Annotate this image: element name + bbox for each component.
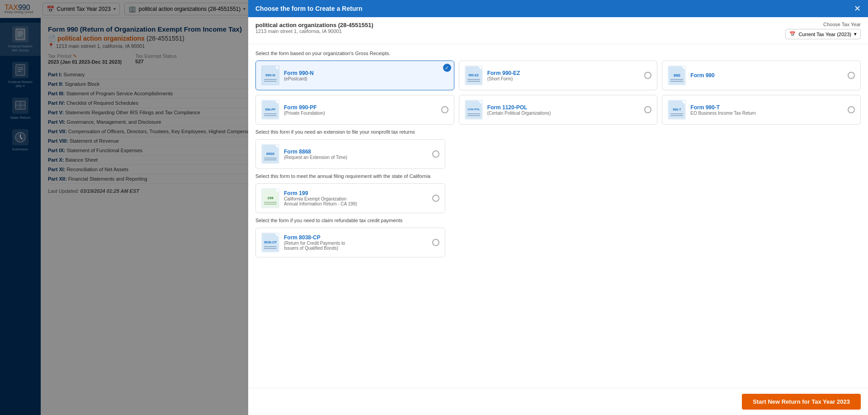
form-990ez-sub: (Short Form) xyxy=(487,76,640,81)
form-990pf-radio[interactable] xyxy=(441,106,448,113)
forms-california-row: 199 Form 199 California Exempt Organizat… xyxy=(255,183,861,213)
form-990-radio[interactable] xyxy=(848,72,855,79)
section1-label: Select the form based on your organizati… xyxy=(255,51,861,56)
form-card-990t[interactable]: 990-T Form 990-T EO Business Income Tax … xyxy=(662,95,861,125)
form-8868-sub: (Request an Extension of Time) xyxy=(284,155,428,160)
form-8868-radio[interactable] xyxy=(432,150,439,158)
modal-header: Choose the form to Create a Return ✕ xyxy=(248,0,868,17)
form-8868-icon: 8868 xyxy=(261,144,279,164)
form-1120pol-sub: (Certain Political Organizations) xyxy=(487,111,640,116)
section2-label: Select this form if you need an extensio… xyxy=(255,129,861,135)
form-card-8038cp[interactable]: 8038-CP Form 8038-CP (Return for Credit … xyxy=(255,228,445,257)
section4-label: Select the form if you need to claim ref… xyxy=(255,218,861,223)
form-8868-text: Form 8868 (Request an Extension of Time) xyxy=(284,149,428,160)
form-card-990ez[interactable]: 990-EZ Form 990-EZ (Short Form) xyxy=(459,61,658,90)
form-card-199[interactable]: 199 Form 199 California Exempt Organizat… xyxy=(255,183,445,213)
form-199-sub1: California Exempt Organization xyxy=(284,196,428,201)
form-8038cp-sub2: Issuers of Qualified Bonds) xyxy=(284,246,428,251)
form-card-990pf[interactable]: 990-PF Form 990-PF (Private Foundation) xyxy=(255,95,454,125)
form-990n-icon: 990-N xyxy=(261,65,279,85)
form-990t-sub: EO Business Income Tax Return xyxy=(690,111,843,116)
modal-close-button[interactable]: ✕ xyxy=(854,5,861,13)
form-1120pol-text: Form 1120-POL (Certain Political Organiz… xyxy=(487,104,640,116)
form-990t-name: Form 990-T xyxy=(690,104,843,111)
form-1120pol-radio[interactable] xyxy=(644,106,651,113)
form-990-icon: 990 xyxy=(668,65,686,85)
forms-row1: 990-N Form 990-N (ePostcard) ✓ xyxy=(255,61,861,90)
form-card-990n[interactable]: 990-N Form 990-N (ePostcard) ✓ xyxy=(255,61,454,90)
form-990ez-text: Form 990-EZ (Short Form) xyxy=(487,70,640,81)
start-return-button[interactable]: Start New Return for Tax Year 2023 xyxy=(742,394,861,410)
form-card-1120pol[interactable]: 1120-POL Form 1120-POL (Certain Politica… xyxy=(459,95,658,125)
forms-credit-row: 8038-CP Form 8038-CP (Return for Credit … xyxy=(255,228,861,257)
form-1120pol-icon: 1120-POL xyxy=(465,100,483,120)
form-990t-text: Form 990-T EO Business Income Tax Return xyxy=(690,104,843,116)
form-199-sub2: Annual Information Return - CA 199) xyxy=(284,201,428,206)
form-199-icon: 199 xyxy=(261,188,279,208)
tax-year-dropdown-label: Current Tax Year (2023) xyxy=(798,32,851,37)
form-199-radio[interactable] xyxy=(432,195,439,202)
form-199-name: Form 199 xyxy=(284,190,428,196)
modal-tax-year: Choose Tax Year 📅 Current Tax Year (2023… xyxy=(785,22,861,39)
forms-extension-row: 8868 Form 8868 (Request an Extension of … xyxy=(255,139,861,169)
form-990pf-sub: (Private Foundation) xyxy=(284,111,437,116)
modal-title: Choose the form to Create a Return xyxy=(255,5,362,12)
form-8038cp-name: Form 8038-CP xyxy=(284,234,428,241)
forms-row2: 990-PF Form 990-PF (Private Foundation) xyxy=(255,95,861,125)
form-990n-name: Form 990-N xyxy=(284,70,448,76)
form-card-8868[interactable]: 8868 Form 8868 (Request an Extension of … xyxy=(255,139,445,169)
dropdown-chevron-icon: ▾ xyxy=(854,31,857,37)
form-8038cp-sub1: (Return for Credit Payments to xyxy=(284,241,428,246)
selected-checkmark: ✓ xyxy=(443,64,451,72)
tax-year-dropdown-modal[interactable]: 📅 Current Tax Year (2023) ▾ xyxy=(785,29,861,39)
form-990pf-icon: 990-PF xyxy=(261,100,279,120)
form-990-text: Form 990 xyxy=(690,72,843,79)
form-990pf-text: Form 990-PF (Private Foundation) xyxy=(284,104,437,116)
form-1120pol-name: Form 1120-POL xyxy=(487,104,640,111)
modal-dialog: Choose the form to Create a Return ✕ pol… xyxy=(248,0,868,415)
form-8038cp-icon: 8038-CP xyxy=(261,233,279,252)
calendar-icon-modal: 📅 xyxy=(789,31,796,37)
form-990t-icon: 990-T xyxy=(668,100,686,120)
form-8038cp-text: Form 8038-CP (Return for Credit Payments… xyxy=(284,234,428,251)
modal-body: Select the form based on your organizati… xyxy=(248,44,868,388)
form-8038cp-radio[interactable] xyxy=(432,239,439,246)
form-199-text: Form 199 California Exempt Organization … xyxy=(284,190,428,206)
form-990ez-name: Form 990-EZ xyxy=(487,70,640,76)
modal-footer: Start New Return for Tax Year 2023 xyxy=(248,388,868,415)
modal-subheader: political action organizations (28-45515… xyxy=(248,17,868,44)
section3-label: Select this form to meet the annual fili… xyxy=(255,173,861,179)
form-990t-radio[interactable] xyxy=(848,106,855,113)
form-card-990[interactable]: 990 Form 990 xyxy=(662,61,861,90)
choose-tax-year-label: Choose Tax Year xyxy=(823,22,861,27)
form-990pf-name: Form 990-PF xyxy=(284,104,437,111)
modal-org-info: political action organizations (28-45515… xyxy=(255,22,373,34)
form-990-name: Form 990 xyxy=(690,72,843,79)
form-8868-name: Form 8868 xyxy=(284,149,428,155)
form-990ez-icon: 990-EZ xyxy=(465,65,483,85)
form-990n-sub: (ePostcard) xyxy=(284,76,448,81)
modal-org-address: 1213 main street 1, california, IA 90001 xyxy=(255,28,373,34)
form-990n-text: Form 990-N (ePostcard) xyxy=(284,70,448,81)
form-990ez-radio[interactable] xyxy=(644,72,651,79)
modal-org-name: political action organizations (28-45515… xyxy=(255,22,373,28)
